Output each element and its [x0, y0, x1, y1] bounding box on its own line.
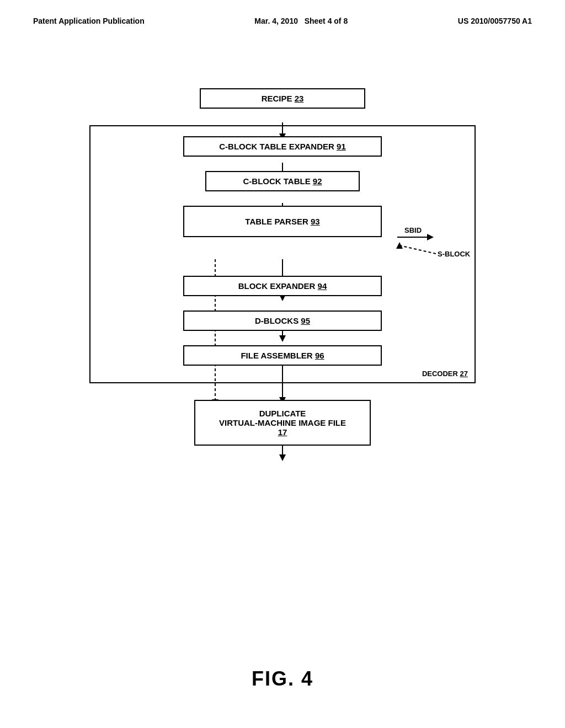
cblock-table-row: C-BLOCK TABLE 92: [107, 171, 458, 191]
block-expander-row: BLOCK EXPANDER 94: [107, 276, 458, 296]
table-parser-row: TABLE PARSER 93: [107, 206, 458, 237]
decoder-label: DECODER 27: [422, 370, 468, 378]
table-parser-box: TABLE PARSER 93: [183, 206, 382, 237]
cblock-expander-box: C-BLOCK TABLE EXPANDER 91: [183, 136, 382, 157]
block-expander-box: BLOCK EXPANDER 94: [183, 276, 382, 296]
svg-marker-21: [279, 454, 286, 461]
recipe-box: RECIPE 23: [200, 88, 365, 109]
recipe-number: 23: [295, 94, 304, 103]
file-assembler-row: FILE ASSEMBLER 96: [107, 345, 458, 366]
decoder-box: C-BLOCK TABLE EXPANDER 91 C-BLOCK TABLE …: [89, 125, 476, 383]
file-assembler-box: FILE ASSEMBLER 96: [183, 345, 382, 366]
recipe-label: RECIPE: [262, 94, 292, 103]
page-header: Patent Application Publication Mar. 4, 2…: [0, 0, 565, 31]
cblock-table-box: C-BLOCK TABLE 92: [205, 171, 360, 191]
figure-label: FIG. 4: [252, 667, 313, 690]
header-center: Mar. 4, 2010 Sheet 4 of 8: [254, 17, 348, 25]
diagram-container: RECIPE 23 C-BLOCK TABLE EXPANDER 91 C-BL…: [89, 88, 476, 446]
header-left: Patent Application Publication: [33, 17, 145, 25]
cblock-expander-row: C-BLOCK TABLE EXPANDER 91: [107, 136, 458, 157]
duplicate-box: DUPLICATE VIRTUAL-MACHINE IMAGE FILE 17: [194, 400, 371, 446]
recipe-row: RECIPE 23: [89, 88, 476, 109]
header-right: US 2010/0057750 A1: [458, 17, 532, 25]
d-blocks-box: D-BLOCKS 95: [183, 311, 382, 331]
d-blocks-row: D-BLOCKS 95: [107, 311, 458, 331]
duplicate-box-row: DUPLICATE VIRTUAL-MACHINE IMAGE FILE 17: [89, 400, 476, 446]
